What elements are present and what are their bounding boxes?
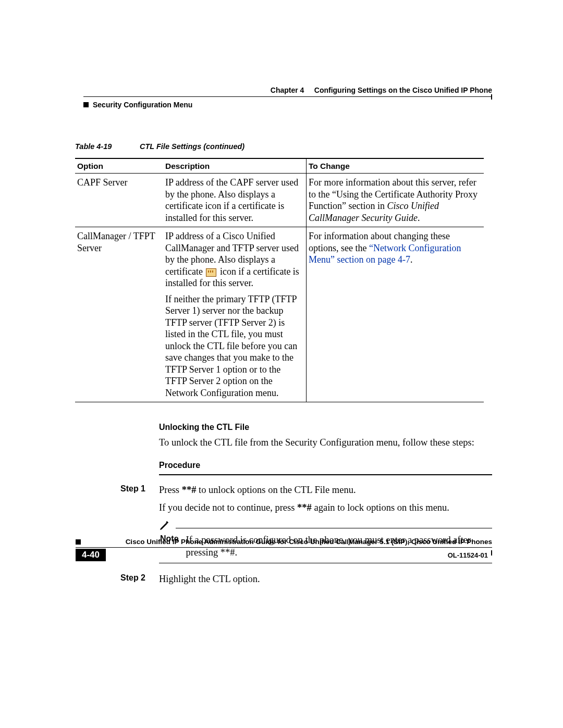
table-row: CAPF Server IP address of the CAPF serve…: [75, 174, 484, 227]
header-rule: [83, 96, 492, 97]
ctl-file-settings-table: Option Description To Change CAPF Server…: [75, 158, 484, 402]
footer-tick-icon: [491, 550, 492, 556]
footer-marker-icon: [76, 539, 81, 545]
procedure-step: Step 2 Highlight the CTL option.: [159, 573, 492, 590]
procedure-label: Procedure: [159, 460, 492, 471]
section-marker-icon: [83, 102, 89, 107]
chapter-number: Chapter 4: [271, 86, 304, 94]
certificate-icon: [206, 268, 216, 277]
table-caption: Table 4-19 CTL File Settings (continued): [75, 142, 492, 151]
step-label: Step 2: [120, 573, 151, 590]
section-header: Security Configuration Menu: [83, 101, 492, 109]
procedure-steps: Step 1 Press **# to unlock options on th…: [159, 474, 492, 590]
table-title: CTL File Settings (continued): [140, 142, 244, 151]
chapter-title: Configuring Settings on the Cisco Unifie…: [314, 86, 492, 94]
table-header-row: Option Description To Change: [75, 158, 484, 174]
guide-title: Cisco Unified IP Phone Administration Gu…: [85, 538, 492, 546]
cell-to-change: For information about changing these opt…: [307, 227, 484, 402]
document-id: OL-11524-01: [106, 551, 488, 559]
cell-description: IP address of the CAPF server used by th…: [163, 174, 307, 227]
table-row: CallManager / TFPT Server IP address of …: [75, 227, 484, 402]
cell-to-change: For more information about this server, …: [307, 174, 484, 227]
page-footer: Cisco Unified IP Phone Administration Gu…: [76, 538, 492, 561]
page-number-badge: 4-40: [76, 549, 106, 561]
section-title: Security Configuration Menu: [93, 101, 192, 109]
col-header-option: Option: [75, 158, 163, 174]
cell-option: CAPF Server: [75, 174, 163, 227]
col-header-description: Description: [163, 158, 307, 174]
step-body: Highlight the CTL option.: [159, 573, 492, 590]
cell-option: CallManager / TFPT Server: [75, 227, 163, 402]
note-pencil-icon: [159, 519, 170, 530]
col-header-to-change: To Change: [307, 158, 484, 174]
table-number: Table 4-19: [75, 142, 138, 151]
chapter-header: Chapter 4 Configuring Settings on the Ci…: [83, 86, 492, 94]
intro-paragraph: To unlock the CTL file from the Security…: [159, 436, 492, 449]
h3-unlocking: Unlocking the CTL File: [159, 422, 492, 433]
cell-description: IP address of a Cisco Unified CallManage…: [163, 227, 307, 402]
